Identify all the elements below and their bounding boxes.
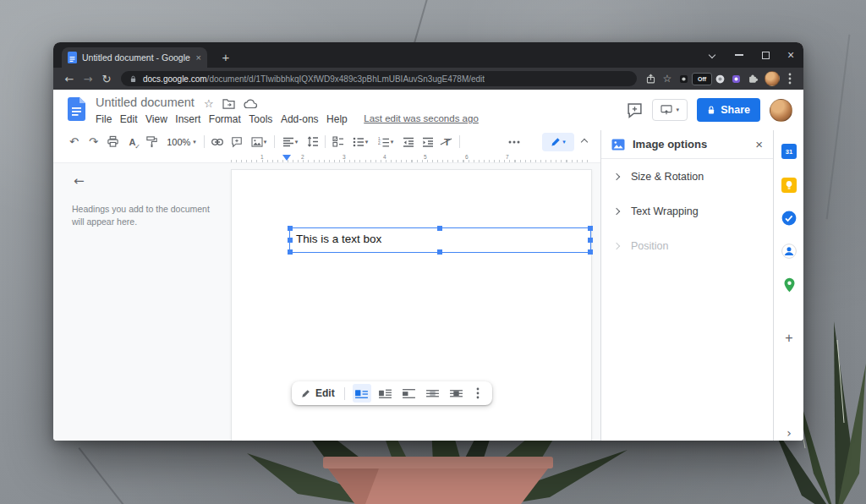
browser-avatar[interactable] xyxy=(765,71,780,86)
extensions-puzzle-icon[interactable] xyxy=(744,73,761,85)
insert-image-button[interactable]: ▾ xyxy=(246,133,271,151)
tab-close-icon[interactable]: × xyxy=(196,52,201,63)
add-addons-icon[interactable]: + xyxy=(781,331,797,346)
menu-format[interactable]: Format xyxy=(209,113,241,125)
text-align-button[interactable]: ▾ xyxy=(277,133,303,151)
undo-icon[interactable]: ↶ xyxy=(64,133,84,151)
redo-icon[interactable]: ↷ xyxy=(84,133,103,151)
close-outline-icon[interactable]: ← xyxy=(74,173,85,189)
zoom-select[interactable]: 100% ▾ xyxy=(162,133,201,151)
clear-formatting-icon[interactable]: T xyxy=(437,133,457,151)
document-title[interactable]: Untitled document xyxy=(96,96,195,109)
align-caret-icon: ▾ xyxy=(295,139,299,145)
move-folder-icon[interactable] xyxy=(222,98,235,109)
increase-indent-icon[interactable] xyxy=(418,133,437,151)
extension-icon[interactable] xyxy=(676,74,692,85)
docs-favicon-icon xyxy=(68,52,77,63)
calendar-icon[interactable]: 31 xyxy=(781,144,797,159)
selection-handle[interactable] xyxy=(437,226,442,231)
ruler-number: 4 xyxy=(383,154,386,160)
address-bar[interactable]: docs.google.com/document/d/1TIwibbhkqIQX… xyxy=(121,71,637,86)
insert-link-icon[interactable] xyxy=(207,133,227,151)
menu-file[interactable]: File xyxy=(96,113,112,125)
collapse-toolbar-icon[interactable] xyxy=(574,133,594,151)
selection-handle[interactable] xyxy=(588,226,593,231)
back-icon[interactable]: ← xyxy=(60,69,79,88)
selection-handle[interactable] xyxy=(588,249,593,255)
close-panel-icon[interactable]: × xyxy=(755,137,763,151)
behind-text-button[interactable] xyxy=(424,384,442,403)
horizontal-ruler[interactable]: 1 2 3 4 5 6 7 xyxy=(53,153,600,163)
selection-handle[interactable] xyxy=(288,249,293,255)
more-tools-icon[interactable] xyxy=(504,133,523,151)
edit-button[interactable]: Edit xyxy=(299,384,337,403)
section-size-rotation[interactable]: Size & Rotation xyxy=(601,159,773,194)
selection-handle[interactable] xyxy=(288,226,293,231)
expand-panel-icon[interactable]: › xyxy=(781,425,797,441)
workspace-sidebar: 31 + › xyxy=(773,130,803,441)
selection-handle[interactable] xyxy=(288,238,293,243)
add-comment-icon[interactable] xyxy=(227,133,246,151)
extension-off-icon[interactable]: Off xyxy=(692,73,712,85)
section-text-wrapping[interactable]: Text Wrapping xyxy=(601,194,773,228)
browser-menu-icon[interactable] xyxy=(783,73,797,85)
menu-insert[interactable]: Insert xyxy=(175,113,200,125)
browser-tab[interactable]: Untitled document - Google Doc × xyxy=(62,47,207,68)
minimize-button[interactable] xyxy=(727,42,751,68)
indent-marker[interactable] xyxy=(282,155,291,161)
present-button[interactable]: ▾ xyxy=(652,99,688,121)
star-document-icon[interactable]: ☆ xyxy=(204,97,214,110)
share-page-icon[interactable] xyxy=(642,73,659,85)
chevron-right-icon xyxy=(613,242,620,249)
docs-logo-icon[interactable] xyxy=(68,97,85,121)
close-window-button[interactable]: × xyxy=(779,42,803,68)
tasks-icon[interactable] xyxy=(781,211,797,226)
window-menu-chevron-icon[interactable] xyxy=(700,42,724,68)
paint-format-icon[interactable] xyxy=(142,133,162,151)
wrap-text-button[interactable] xyxy=(376,384,395,403)
menu-view[interactable]: View xyxy=(145,113,167,125)
bookmark-star-icon[interactable]: ☆ xyxy=(659,73,676,85)
front-text-button[interactable] xyxy=(447,384,466,403)
ruler-number: 3 xyxy=(343,154,346,160)
refresh-icon[interactable]: ↻ xyxy=(97,69,116,88)
print-icon[interactable] xyxy=(103,133,123,151)
menu-addons[interactable]: Add-ons xyxy=(281,113,319,125)
break-text-button[interactable] xyxy=(400,384,419,403)
keep-icon[interactable] xyxy=(781,178,797,193)
pencil-icon xyxy=(301,388,311,398)
extension-icon[interactable] xyxy=(728,74,744,85)
spellcheck-icon[interactable]: A✓ xyxy=(123,133,142,151)
docs-avatar[interactable] xyxy=(770,99,792,122)
checklist-icon[interactable] xyxy=(328,133,348,151)
line-spacing-icon[interactable] xyxy=(303,133,322,151)
browser-titlebar: Untitled document - Google Doc × + × xyxy=(53,42,803,68)
new-tab-button[interactable]: + xyxy=(216,47,236,67)
selection-handle[interactable] xyxy=(588,238,593,243)
docs-toolbar: ↶ ↷ A✓ 100% ▾ ▾ xyxy=(53,130,600,153)
forward-icon[interactable]: → xyxy=(79,69,97,88)
extension-icon[interactable] xyxy=(712,74,728,85)
numbered-list-button[interactable]: 1.2. ▾ xyxy=(373,133,398,151)
maximize-button[interactable] xyxy=(754,42,777,68)
menu-tools[interactable]: Tools xyxy=(249,113,272,125)
selection-handle[interactable] xyxy=(437,249,442,255)
share-button[interactable]: Share xyxy=(697,98,760,122)
pen-tool-button[interactable]: ▾ xyxy=(542,133,574,151)
panel-title: Image options xyxy=(633,138,748,151)
menu-edit[interactable]: Edit xyxy=(120,113,138,125)
context-menu-icon[interactable] xyxy=(471,384,485,403)
wrap-inline-button[interactable] xyxy=(353,384,371,403)
comments-icon[interactable] xyxy=(627,102,643,118)
menu-help[interactable]: Help xyxy=(326,113,348,125)
cloud-saved-icon[interactable] xyxy=(244,99,257,109)
last-edit-link[interactable]: Last edit was seconds ago xyxy=(364,113,479,125)
menu-bar: File Edit View Insert Format Tools Add-o… xyxy=(96,113,479,125)
text-box[interactable]: This is a text box xyxy=(289,227,591,253)
maps-icon[interactable] xyxy=(781,277,797,293)
decrease-indent-icon[interactable] xyxy=(398,133,418,151)
bulleted-list-button[interactable]: ▾ xyxy=(348,133,373,151)
image-caret-icon: ▾ xyxy=(264,139,267,145)
textbox-text[interactable]: This is a text box xyxy=(296,233,381,245)
contacts-icon[interactable] xyxy=(781,244,797,259)
